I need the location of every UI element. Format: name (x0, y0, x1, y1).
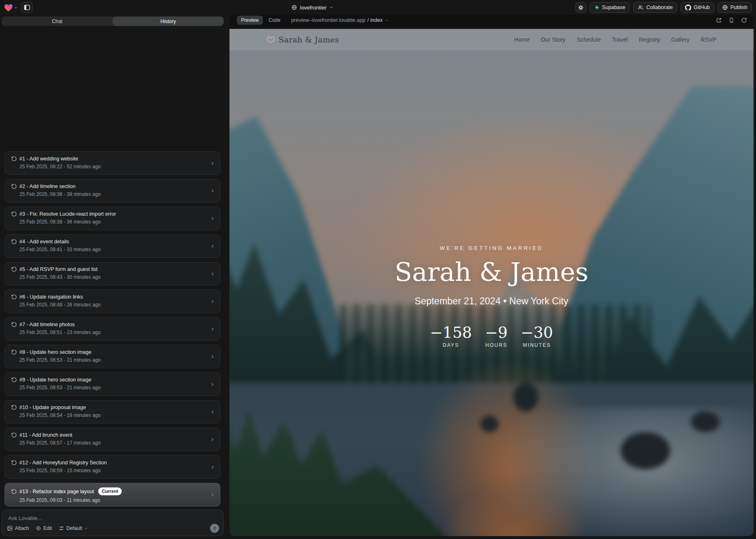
refresh-icon[interactable] (741, 17, 747, 23)
globe-icon (291, 5, 297, 10)
mode-label: Default (66, 525, 82, 531)
history-item-3[interactable]: #3 - Fix: Resolve Lucide-react import er… (5, 207, 220, 230)
mobile-view-icon[interactable] (729, 17, 734, 23)
image-icon (7, 525, 13, 531)
chevron-right-icon (210, 410, 215, 414)
history-item-meta: 25 Feb 2025, 09:03 - 11 minutes ago (19, 497, 206, 503)
preview-url-host: preview--lovefrontier.lovable.app (291, 17, 365, 23)
chevron-right-icon (210, 299, 215, 304)
preview-url[interactable]: preview--lovefrontier.lovable.app / inde… (291, 17, 388, 23)
top-bar: lovefrontier Supabase Collaborate GitHub (0, 0, 756, 15)
current-badge: Current (98, 487, 122, 495)
history-item-7[interactable]: #7 - Add timeline photos 25 Feb 2025, 08… (5, 317, 220, 341)
history-item-meta: 25 Feb 2025, 08:41 - 33 minutes ago (19, 247, 206, 252)
history-item-10[interactable]: #10 - Update proposal image 25 Feb 2025,… (5, 400, 220, 424)
countdown-hours-label: HOURS (485, 342, 508, 348)
attach-button[interactable]: Attach (7, 525, 29, 531)
history-item-title: #1 - Add wedding website (19, 156, 78, 162)
countdown-days-label: DAYS (430, 342, 472, 348)
wedding-site: Sarah & James Home Our Story Schedule Tr… (229, 29, 754, 536)
history-icon (11, 489, 17, 494)
history-item-title: #12 - Add Honeyfund Registry Section (19, 460, 107, 466)
history-item-9[interactable]: #9 - Update hero section image 25 Feb 20… (5, 372, 220, 396)
tab-preview[interactable]: Preview (237, 16, 263, 25)
preview-toolbar: Preview Code preview--lovefrontier.lovab… (229, 15, 754, 26)
history-item-8[interactable]: #8 - Update hero section image 25 Feb 20… (5, 345, 220, 368)
countdown-hours: −9 HOURS (485, 325, 508, 348)
nav-gallery[interactable]: Gallery (671, 36, 690, 43)
publish-button[interactable]: Publish (718, 2, 752, 13)
settings-button[interactable] (575, 2, 586, 13)
edit-button[interactable]: Edit (35, 525, 52, 531)
nav-rsvp[interactable]: RSVP (701, 36, 716, 43)
chevron-right-icon (210, 216, 215, 221)
history-item-6[interactable]: #6 - Update navigation links 25 Feb 2025… (5, 290, 220, 313)
countdown-days-value: −158 (430, 325, 472, 340)
tab-chat[interactable]: Chat (2, 16, 113, 26)
chevron-right-icon (210, 161, 215, 166)
history-item-2[interactable]: #2 - Add timeline section 25 Feb 2025, 0… (5, 179, 220, 202)
supabase-button[interactable]: Supabase (590, 2, 630, 13)
send-button[interactable] (210, 524, 219, 533)
open-in-new-tab-icon[interactable] (716, 17, 722, 23)
history-item-title: #8 - Update hero section image (19, 349, 91, 355)
countdown-minutes-label: MINUTES (521, 342, 553, 348)
history-icon (11, 460, 17, 466)
history-item-title: #9 - Update hero section image (19, 377, 91, 383)
hero-eyebrow: WE'RE GETTING MARRIED (229, 245, 754, 251)
site-viewport: Sarah & James Home Our Story Schedule Tr… (229, 26, 754, 536)
history-item-title: #4 - Add event details (19, 239, 69, 245)
history-item-meta: 25 Feb 2025, 08:38 - 36 minutes ago (19, 219, 206, 225)
site-header: Sarah & James Home Our Story Schedule Tr… (229, 29, 754, 50)
nav-our-story[interactable]: Our Story (541, 36, 565, 43)
site-brand[interactable]: Sarah & James (267, 35, 339, 44)
nav-home[interactable]: Home (514, 36, 529, 43)
history-item-1[interactable]: #1 - Add wedding website 25 Feb 2025, 08… (5, 151, 220, 175)
history-item-title: #10 - Update proposal image (19, 405, 86, 410)
github-icon (685, 5, 691, 11)
history-icon (11, 349, 17, 355)
heart-icon (267, 36, 275, 43)
history-item-meta: 25 Feb 2025, 08:48 - 26 minutes ago (19, 302, 206, 308)
history-item-11[interactable]: #11 - Add brunch event 25 Feb 2025, 08:5… (5, 428, 220, 451)
history-icon (11, 405, 17, 410)
history-icon (11, 294, 17, 300)
chevron-right-icon (210, 244, 215, 249)
countdown-days: −158 DAYS (430, 325, 472, 348)
tab-history[interactable]: History (113, 16, 224, 26)
project-name: lovefrontier (300, 5, 326, 11)
countdown-minutes-value: −30 (521, 325, 553, 340)
history-icon (11, 377, 17, 383)
collaborate-button[interactable]: Collaborate (633, 2, 677, 13)
lovable-logo-menu[interactable] (4, 4, 18, 12)
github-button[interactable]: GitHub (680, 2, 714, 13)
project-switcher[interactable]: lovefrontier (291, 0, 333, 15)
history-item-5[interactable]: #5 - Add RSVP form and guest list 25 Feb… (5, 262, 220, 285)
sidebar-toggle-button[interactable] (21, 2, 33, 13)
history-icon (11, 432, 17, 438)
nav-registry[interactable]: Registry (639, 36, 660, 43)
tab-code[interactable]: Code (269, 17, 281, 23)
history-item-title: #5 - Add RSVP form and guest list (19, 266, 97, 272)
history-item-title: #2 - Add timeline section (19, 184, 76, 189)
nav-travel[interactable]: Travel (612, 36, 628, 43)
countdown-hours-value: −9 (485, 325, 508, 340)
preview-panel: Preview Code preview--lovefrontier.lovab… (229, 15, 754, 536)
history-item-title: #7 - Add timeline photos (19, 322, 75, 327)
history-item-meta: 25 Feb 2025, 08:22 - 52 minutes ago (19, 164, 206, 169)
target-icon (35, 525, 41, 531)
nav-schedule[interactable]: Schedule (576, 36, 600, 43)
history-item-12[interactable]: #12 - Add Honeyfund Registry Section 25 … (5, 455, 220, 479)
site-nav: Home Our Story Schedule Travel Registry … (514, 36, 716, 43)
chat-composer: Ask Lovable... Attach Edit Default (2, 510, 224, 536)
mode-select[interactable]: Default (59, 525, 88, 531)
attach-label: Attach (15, 525, 29, 531)
countdown: −158 DAYS −9 HOURS −30 MINUTES (229, 325, 754, 348)
chevron-right-icon (210, 327, 215, 332)
history-item-13-current[interactable]: #13 - Refactor index page layout Current… (5, 483, 220, 506)
ask-lovable-input[interactable]: Ask Lovable... (8, 515, 42, 521)
users-icon (638, 5, 644, 10)
history-icon (11, 266, 17, 272)
sidebar-tabs: Chat History (2, 16, 224, 26)
history-item-4[interactable]: #4 - Add event details 25 Feb 2025, 08:4… (5, 234, 220, 258)
